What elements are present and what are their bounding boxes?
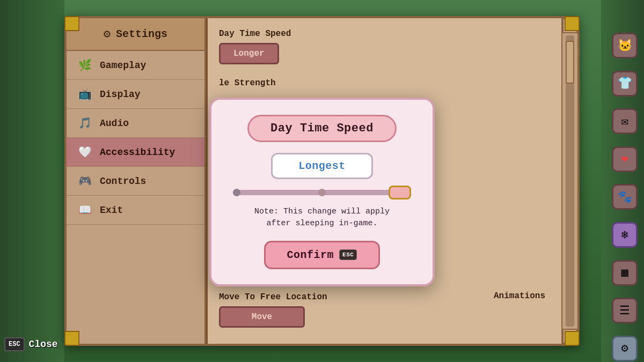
slider-mid-handle[interactable]: [318, 189, 326, 196]
day-time-speed-modal: Day Time Speed Longest Note: This change…: [209, 98, 435, 286]
slider-track: [233, 190, 411, 195]
esc-badge-confirm: ESC: [339, 249, 357, 260]
modal-overlay: Day Time Speed Longest Note: This change…: [0, 0, 644, 362]
slider-end-handle[interactable]: [389, 186, 411, 200]
slider-container[interactable]: [229, 190, 415, 195]
confirm-button[interactable]: Confirm ESC: [264, 241, 380, 269]
slider-left-handle[interactable]: [233, 189, 240, 196]
modal-note: Note: This change will applyafter sleepi…: [250, 206, 394, 230]
confirm-label: Confirm: [287, 249, 334, 261]
modal-title: Day Time Speed: [247, 115, 397, 142]
modal-value-button[interactable]: Longest: [271, 153, 373, 179]
